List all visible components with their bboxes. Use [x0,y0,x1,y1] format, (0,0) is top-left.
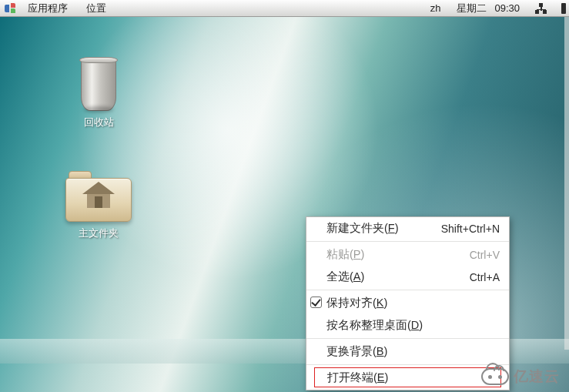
power-icon[interactable] [561,3,566,14]
desktop-icon-label: 主文件夹 [52,226,145,240]
menu-separator [306,364,509,365]
trash-icon [76,57,121,111]
menu-new-folder[interactable]: 新建文件夹(F) Shift+Ctrl+N [306,217,509,240]
network-indicator[interactable] [529,2,554,15]
menu-organize-by-name[interactable]: 按名称整理桌面(D) [306,314,509,337]
menu-separator [306,338,509,339]
desktop-icon-home[interactable]: 主文件夹 [52,171,145,240]
menu-keep-aligned[interactable]: 保持对齐(K) [306,292,509,314]
places-menu[interactable]: 位置 [79,1,114,16]
menu-change-background[interactable]: 更换背景(B) [306,340,509,363]
input-method-indicator[interactable]: zh [424,2,447,15]
menu-open-terminal[interactable]: 打开终端(E) [314,367,501,387]
menu-separator [306,241,509,242]
network-icon [535,3,547,14]
menu-shortcut: Ctrl+A [470,271,500,283]
distro-logo-icon [5,3,15,14]
watermark: 亿速云 [481,366,560,387]
menu-select-all[interactable]: 全选(A) Ctrl+A [306,266,509,288]
menu-shortcut: Shift+Ctrl+N [441,223,500,235]
menu-paste: 粘贴(P) Ctrl+V [306,243,509,266]
top-panel: 应用程序 位置 zh 星期二 09:30 [0,0,569,17]
home-folder-icon [65,171,132,222]
desktop-icon-trash[interactable]: 回收站 [52,57,145,129]
scrollbar-track [564,17,569,350]
applications-menu[interactable]: 应用程序 [20,1,75,16]
menu-shortcut: Ctrl+V [470,249,500,261]
desktop-icon-label: 回收站 [52,116,145,129]
clock-min: 30 [509,2,520,14]
cloud-icon [481,368,509,385]
clock-date: 星期二 [457,2,487,14]
checkmark-icon [310,297,322,308]
desktop-context-menu: 新建文件夹(F) Shift+Ctrl+N 粘贴(P) Ctrl+V 全选(A)… [306,216,510,390]
clock[interactable]: 星期二 09:30 [450,1,526,16]
menu-separator [306,290,509,290]
clock-hour: 09 [494,2,505,14]
watermark-text: 亿速云 [514,367,560,387]
